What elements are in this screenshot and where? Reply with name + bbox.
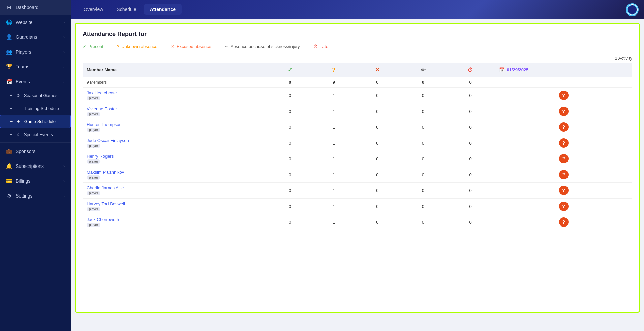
member-name-cell: Jax Heatchcote player — [83, 88, 267, 103]
question-icon: ? — [117, 44, 119, 49]
col-sickness-header: ✏ — [400, 63, 446, 77]
present-checkmark-icon: ✓ — [288, 67, 292, 73]
sidebar-item-seasonal-games[interactable]: – ⊙ Seasonal Games — [0, 89, 71, 102]
sidebar-sub-label: Special Events — [24, 132, 53, 137]
member-late: 0 — [446, 167, 495, 183]
circle-icon: ⊙ — [15, 92, 21, 98]
sidebar-item-players[interactable]: 👥 Players › — [0, 44, 71, 59]
member-excused: 0 — [355, 119, 400, 135]
tab-attendance[interactable]: Attendance — [144, 4, 182, 15]
sidebar-item-events[interactable]: 📅 Events › — [0, 74, 71, 89]
sidebar-sub-label: Game Schedule — [24, 119, 56, 124]
member-name-link[interactable]: Hunter Thompson — [87, 122, 263, 127]
member-name-link[interactable]: Maksim Pluzhnikov — [87, 170, 263, 175]
member-name-link[interactable]: Jude Oscar Finlayson — [87, 138, 263, 143]
chevron-icon: › — [63, 179, 65, 183]
tab-schedule[interactable]: Schedule — [111, 4, 142, 15]
member-name-link[interactable]: Jack Chenoweth — [87, 217, 263, 222]
member-sickness: 0 — [400, 167, 446, 183]
legend-sickness: ✏ Absence because of sickness/injury — [225, 44, 300, 49]
sidebar-item-label: Settings — [16, 193, 33, 199]
member-excused: 0 — [355, 151, 400, 167]
sidebar-item-label: Billings — [16, 178, 30, 184]
sidebar-item-subscriptions[interactable]: 🔔 Subscriptions › — [0, 159, 71, 174]
totals-excused: 0 — [355, 77, 400, 88]
table-row: Charlie James Allie player 0 1 0 0 0 ? — [83, 183, 632, 199]
col-date-header: 📅 01/29/2025 — [495, 63, 632, 77]
sidebar-sub-label: Seasonal Games — [24, 93, 58, 98]
col-present-header: ✓ — [267, 63, 313, 77]
sidebar-item-label: Dashboard — [16, 5, 39, 10]
member-unknown: 1 — [313, 167, 355, 183]
member-present: 0 — [267, 167, 313, 183]
member-name-cell: Maksim Pluzhnikov player — [83, 167, 267, 183]
member-sickness: 0 — [400, 183, 446, 199]
member-status-cell: ? — [495, 135, 632, 151]
sidebar-item-guardians[interactable]: 👤 Guardians › — [0, 30, 71, 44]
main-content: Overview Schedule Attendance Attendance … — [71, 0, 644, 331]
member-status-cell: ? — [495, 214, 632, 230]
chevron-icon: › — [63, 80, 65, 84]
member-late: 0 — [446, 183, 495, 199]
member-unknown: 1 — [313, 88, 355, 103]
member-name-link[interactable]: Harvey Tod Boswell — [87, 201, 263, 206]
member-role-badge: player — [87, 144, 100, 148]
avatar[interactable] — [626, 3, 639, 16]
member-unknown: 1 — [313, 199, 355, 214]
member-status-cell: ? — [495, 199, 632, 214]
status-unknown-badge: ? — [559, 107, 569, 116]
seasonal-games-icon: – — [10, 93, 12, 98]
member-name-link[interactable]: Jax Heatchcote — [87, 90, 263, 95]
sidebar-item-teams[interactable]: 🏆 Teams › — [0, 59, 71, 74]
member-name-link[interactable]: Vivienne Foster — [87, 106, 263, 111]
sidebar-item-special-events[interactable]: – ☆ Special Events — [0, 128, 71, 141]
table-row: Henry Rogers player 0 1 0 0 0 ? — [83, 151, 632, 167]
sidebar-item-website[interactable]: 🌐 Website › — [0, 15, 71, 30]
sidebar-item-label: Players — [16, 49, 31, 55]
sidebar-sub-label: Training Schedule — [24, 106, 59, 111]
member-status-cell: ? — [495, 183, 632, 199]
tab-overview[interactable]: Overview — [78, 4, 109, 15]
member-name-cell: Jack Chenoweth player — [83, 214, 267, 230]
sidebar-item-billings[interactable]: 💳 Billings › — [0, 174, 71, 188]
sidebar-item-game-schedule[interactable]: – ⊙ Game Schedule — [0, 115, 71, 128]
status-unknown-badge: ? — [559, 91, 569, 100]
member-present: 0 — [267, 214, 313, 230]
member-present: 0 — [267, 103, 313, 119]
table-header-row: Member Name ✓ ? ✕ ✏ — [83, 63, 632, 77]
table-row: Maksim Pluzhnikov player 0 1 0 0 0 ? — [83, 167, 632, 183]
member-sickness: 0 — [400, 199, 446, 214]
attendance-table: Member Name ✓ ? ✕ ✏ — [83, 63, 632, 230]
sidebar-item-dashboard[interactable]: ⊞ Dashboard — [0, 0, 71, 15]
pencil-icon: ✏ — [225, 44, 228, 49]
member-status-cell: ? — [495, 167, 632, 183]
col-late-header: ⏱ — [446, 63, 495, 77]
events-icon: 📅 — [6, 79, 12, 85]
website-icon: 🌐 — [6, 19, 12, 25]
special-dash-icon: – — [10, 132, 12, 137]
sidebar-item-sponsors[interactable]: 💼 Sponsors — [0, 144, 71, 159]
table-row: Jack Chenoweth player 0 1 0 0 0 ? — [83, 214, 632, 230]
avatar-image — [627, 5, 637, 15]
totals-label-cell: 9 Members — [83, 77, 267, 88]
member-name-link[interactable]: Henry Rogers — [87, 154, 263, 159]
sidebar-item-label: Teams — [16, 64, 29, 69]
sidebar-item-label: Website — [16, 20, 32, 25]
member-role-badge: player — [87, 207, 100, 211]
sidebar-item-settings[interactable]: ⚙ Settings › — [0, 188, 71, 203]
top-navigation-bar: Overview Schedule Attendance — [71, 0, 644, 19]
member-role-badge: player — [87, 159, 100, 164]
totals-present: 0 — [267, 77, 313, 88]
member-late: 0 — [446, 135, 495, 151]
sidebar-item-training-schedule[interactable]: – ⊢ Training Schedule — [0, 102, 71, 115]
sidebar-item-label: Subscriptions — [16, 163, 44, 169]
status-unknown-badge: ? — [559, 138, 569, 148]
member-present: 0 — [267, 119, 313, 135]
excused-x-icon: ✕ — [375, 67, 379, 73]
sidebar-item-label: Sponsors — [16, 149, 35, 154]
status-unknown-badge: ? — [559, 154, 569, 163]
member-name-link[interactable]: Charlie James Allie — [87, 185, 263, 190]
member-excused: 0 — [355, 199, 400, 214]
member-unknown: 1 — [313, 135, 355, 151]
member-status-cell: ? — [495, 119, 632, 135]
